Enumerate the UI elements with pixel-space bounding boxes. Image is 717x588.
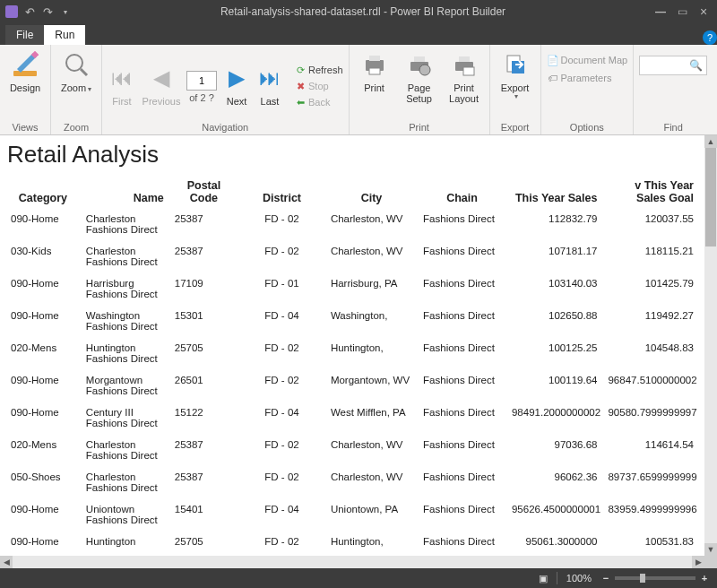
- print-layout-button[interactable]: Print Layout: [445, 48, 484, 104]
- next-button[interactable]: ▶ Next: [222, 62, 251, 107]
- col-chain: Chain: [418, 176, 506, 208]
- find-input[interactable]: 🔍: [639, 56, 707, 75]
- cell-goal: 118115.21: [602, 240, 699, 272]
- cell-chain: Fashions Direct: [418, 337, 506, 369]
- col-name: Name: [81, 176, 169, 208]
- refresh-button[interactable]: ⟳Refresh: [294, 64, 343, 76]
- back-button[interactable]: ⬅Back: [294, 96, 343, 108]
- report-table: Category Name Postal Code District City …: [5, 176, 699, 552]
- cell-tys: 100119.64: [506, 369, 603, 402]
- group-zoom: Zoom▾ Zoom: [51, 45, 102, 134]
- svg-rect-8: [414, 56, 425, 62]
- stop-label: Stop: [308, 81, 329, 91]
- svg-rect-11: [459, 56, 470, 62]
- group-options-label: Options: [547, 120, 628, 133]
- print-layout-icon: [450, 50, 479, 79]
- table-row: 090-HomeUniontown Fashions Direct15401FD…: [5, 498, 699, 531]
- cell-district: FD - 04: [238, 498, 325, 531]
- undo-button[interactable]: ↶: [23, 5, 36, 18]
- view-mode-button[interactable]: ▣: [539, 573, 548, 584]
- cell-chain: Fashions Direct: [418, 305, 506, 337]
- group-views-label: Views: [5, 120, 45, 133]
- cell-tys: 100125.25: [506, 337, 603, 369]
- zoom-in-button[interactable]: +: [699, 573, 710, 584]
- zoom-icon: [62, 50, 91, 79]
- redo-button[interactable]: ↷: [41, 5, 54, 18]
- cell-city: Huntington,: [325, 531, 418, 552]
- parameters-label: Parameters: [561, 73, 612, 83]
- svg-rect-12: [463, 67, 474, 75]
- cell-goal: 120037.55: [602, 208, 699, 240]
- cell-postal: 26501: [169, 369, 238, 402]
- cell-tys: 103140.03: [506, 272, 603, 305]
- hscroll-left-button[interactable]: ◀: [0, 556, 13, 568]
- zoom-label: Zoom: [61, 82, 86, 93]
- table-row: 030-KidsCharleston Fashions Direct25387F…: [5, 240, 699, 272]
- document-map-button[interactable]: 📄Document Map: [547, 54, 628, 66]
- previous-icon: ◀: [147, 64, 176, 92]
- previous-label: Previous: [143, 96, 181, 107]
- col-district: District: [238, 176, 325, 208]
- ribbon-tabs: File Run ?: [0, 23, 717, 45]
- cell-city: Huntington,: [325, 337, 418, 369]
- scroll-down-button[interactable]: ▼: [704, 543, 717, 556]
- last-button[interactable]: ⏭ Last: [256, 62, 283, 107]
- horizontal-scrollbar[interactable]: ◀ ▶: [0, 556, 717, 568]
- cell-name: Century III Fashions Direct: [81, 402, 169, 434]
- document-map-icon: 📄: [547, 54, 559, 66]
- cell-postal: 17109: [169, 272, 238, 305]
- search-icon: 🔍: [689, 59, 703, 72]
- print-button[interactable]: Print: [355, 48, 394, 93]
- cell-postal: 25387: [169, 208, 238, 240]
- scroll-up-button[interactable]: ▲: [704, 135, 717, 148]
- cell-category: 030-Kids: [5, 240, 81, 272]
- print-layout-label: Print Layout: [445, 82, 484, 104]
- cell-category: 050-Shoes: [5, 466, 81, 498]
- tab-file[interactable]: File: [5, 25, 44, 45]
- page-number-input[interactable]: [186, 71, 217, 91]
- parameters-button[interactable]: 🏷Parameters: [547, 72, 612, 84]
- cell-name: Charleston Fashions Direct: [81, 208, 169, 240]
- cell-category: 020-Mens: [5, 434, 81, 466]
- scroll-thumb[interactable]: [705, 148, 716, 246]
- cell-city: West Mifflen, PA: [325, 402, 418, 434]
- cell-goal: 119492.27: [602, 305, 699, 337]
- last-label: Last: [261, 96, 280, 107]
- zoom-slider-thumb[interactable]: [640, 574, 645, 583]
- col-goal: v This Year Sales Goal: [602, 176, 699, 208]
- page-setup-button[interactable]: Page Setup: [400, 48, 439, 104]
- vertical-scrollbar[interactable]: ▲ ▼: [704, 135, 717, 556]
- cell-tys: 97036.68: [506, 434, 603, 466]
- export-button[interactable]: Export▾: [496, 48, 535, 101]
- hscroll-track[interactable]: [13, 556, 692, 568]
- cell-goal: 89737.6599999999: [602, 466, 699, 498]
- tab-run[interactable]: Run: [44, 25, 85, 45]
- first-button: ⏮ First: [108, 62, 136, 107]
- zoom-out-button[interactable]: −: [600, 573, 611, 584]
- zoom-button[interactable]: Zoom▾: [56, 48, 96, 94]
- help-button[interactable]: ?: [703, 30, 717, 45]
- svg-line-3: [81, 69, 87, 75]
- maximize-button[interactable]: ▭: [676, 5, 688, 18]
- cell-chain: Fashions Direct: [418, 240, 506, 272]
- minimize-button[interactable]: —: [654, 5, 667, 18]
- cell-category: 090-Home: [5, 498, 81, 531]
- zoom-slider[interactable]: [615, 576, 695, 580]
- cell-tys: 95061.3000000: [506, 531, 603, 552]
- close-button[interactable]: ×: [697, 5, 710, 18]
- cell-city: Charleston, WV: [325, 434, 418, 466]
- status-bar: ▣ 100% − +: [0, 568, 717, 588]
- stop-button[interactable]: ✖Stop: [294, 80, 343, 92]
- design-button[interactable]: Design: [5, 48, 45, 93]
- svg-point-9: [419, 65, 430, 75]
- print-icon: [360, 50, 389, 79]
- scroll-track[interactable]: [704, 148, 717, 543]
- next-label: Next: [227, 96, 247, 107]
- cell-goal: 101425.79: [602, 272, 699, 305]
- cell-goal: 96847.5100000002: [602, 369, 699, 402]
- cell-tys: 98491.2000000002: [506, 402, 603, 434]
- qat-dropdown[interactable]: ▾: [59, 5, 72, 18]
- group-views: Design Views: [0, 45, 51, 134]
- cell-district: FD - 02: [238, 369, 325, 402]
- hscroll-right-button[interactable]: ▶: [692, 556, 704, 568]
